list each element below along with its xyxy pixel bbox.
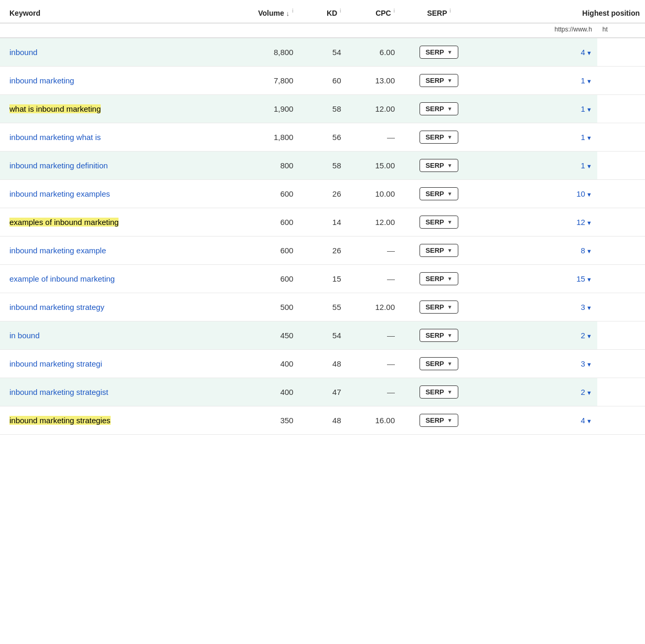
position-arrow-icon: ▼ — [586, 418, 592, 424]
keyword-link[interactable]: example of inbound marketing — [9, 274, 115, 283]
serp-cell: SERP▼ — [400, 406, 478, 434]
serp-dropdown-arrow: ▼ — [447, 389, 453, 395]
serp-info-icon[interactable]: i — [449, 7, 450, 14]
serp-cell: SERP▼ — [400, 236, 478, 264]
position-cell: 4▼ — [478, 38, 597, 67]
keyword-link[interactable]: examples of inbound marketing — [9, 218, 119, 227]
keyword-link[interactable]: inbound marketing strategist — [9, 388, 108, 396]
serp-button[interactable]: SERP▼ — [420, 159, 458, 172]
keyword-cell: inbound marketing example — [0, 236, 221, 264]
kd-cell: 15 — [298, 264, 346, 293]
position-value: 15 — [576, 274, 585, 283]
kd-cell: 58 — [298, 151, 346, 179]
table-row: inbound marketing strategies3504816.00SE… — [0, 406, 645, 434]
keyword-link[interactable]: inbound marketing strategies — [9, 416, 111, 425]
serp-dropdown-arrow: ▼ — [447, 248, 453, 253]
kd-cell: 26 — [298, 179, 346, 208]
keyword-cell: inbound marketing strategist — [0, 378, 221, 406]
cpc-cell: — — [347, 236, 401, 264]
serp-cell: SERP▼ — [400, 208, 478, 236]
position-cell: 2▼ — [478, 378, 597, 406]
serp-button[interactable]: SERP▼ — [420, 187, 458, 200]
serp-button[interactable]: SERP▼ — [420, 131, 458, 144]
cpc-cell: — — [347, 264, 401, 293]
keyword-link[interactable]: inbound marketing — [9, 76, 74, 85]
th-kd: KD i — [298, 0, 346, 23]
serp-button[interactable]: SERP▼ — [420, 46, 458, 59]
th-volume[interactable]: Volume ↓ i — [221, 0, 298, 23]
position-value: 3 — [581, 359, 585, 368]
serp-button[interactable]: SERP▼ — [420, 216, 458, 229]
keyword-cell: inbound marketing definition — [0, 151, 221, 179]
table-row: inbound marketing strategy5005512.00SERP… — [0, 293, 645, 321]
position-cell: 1▼ — [478, 94, 597, 123]
position-cell: 1▼ — [478, 66, 597, 94]
volume-cell: 1,800 — [221, 123, 298, 151]
cpc-cell: — — [347, 349, 401, 378]
table-row: examples of inbound marketing6001412.00S… — [0, 208, 645, 236]
position-value: 8 — [581, 246, 585, 255]
volume-sort-icon: ↓ — [286, 9, 290, 17]
position-value: 10 — [576, 189, 585, 198]
position-arrow-icon: ▼ — [586, 276, 592, 283]
keyword-cell: inbound marketing what is — [0, 123, 221, 151]
position-cell: 8▼ — [478, 236, 597, 264]
keyword-link[interactable]: inbound — [9, 48, 37, 57]
serp-dropdown-arrow: ▼ — [447, 49, 453, 55]
keyword-cell: inbound marketing strategies — [0, 406, 221, 434]
position-cell: 1▼ — [478, 123, 597, 151]
volume-cell: 7,800 — [221, 66, 298, 94]
cpc-cell: — — [347, 123, 401, 151]
position-arrow-icon: ▼ — [586, 135, 592, 141]
position-arrow-icon: ▼ — [586, 78, 592, 84]
position-value: 3 — [581, 303, 585, 312]
position-cell: 3▼ — [478, 349, 597, 378]
volume-cell: 400 — [221, 349, 298, 378]
position-arrow-icon: ▼ — [586, 106, 592, 113]
keyword-link[interactable]: in bound — [9, 331, 40, 340]
keyword-link[interactable]: inbound marketing strategy — [9, 303, 104, 312]
serp-button[interactable]: SERP▼ — [420, 357, 458, 370]
position-arrow-icon: ▼ — [586, 305, 592, 311]
position-arrow-icon: ▼ — [586, 163, 592, 169]
cpc-info-icon[interactable]: i — [394, 7, 395, 14]
serp-cell: SERP▼ — [400, 349, 478, 378]
volume-cell: 350 — [221, 406, 298, 434]
serp-dropdown-arrow: ▼ — [447, 78, 453, 83]
position-cell: 1▼ — [478, 151, 597, 179]
volume-info-icon[interactable]: i — [292, 7, 293, 14]
serp-button[interactable]: SERP▼ — [420, 102, 458, 115]
position-cell: 4▼ — [478, 406, 597, 434]
serp-dropdown-arrow: ▼ — [447, 219, 453, 225]
keyword-link[interactable]: inbound marketing what is — [9, 133, 101, 142]
table-header-row: Keyword Volume ↓ i KD i CPC i SERP i — [0, 0, 645, 23]
keyword-link[interactable]: inbound marketing strategi — [9, 359, 102, 368]
serp-button[interactable]: SERP▼ — [420, 300, 458, 314]
keyword-cell: inbound marketing strategy — [0, 293, 221, 321]
serp-button[interactable]: SERP▼ — [420, 272, 458, 285]
serp-button[interactable]: SERP▼ — [420, 414, 458, 427]
serp-button[interactable]: SERP▼ — [420, 329, 458, 342]
serp-button[interactable]: SERP▼ — [420, 385, 458, 399]
keyword-link[interactable]: inbound marketing example — [9, 246, 106, 255]
serp-cell: SERP▼ — [400, 151, 478, 179]
serp-dropdown-arrow: ▼ — [447, 304, 453, 310]
kd-info-icon[interactable]: i — [340, 7, 341, 14]
position-arrow-icon: ▼ — [586, 50, 592, 56]
cpc-cell: 6.00 — [347, 38, 401, 67]
serp-cell: SERP▼ — [400, 66, 478, 94]
th-cpc: CPC i — [347, 0, 401, 23]
serp-button[interactable]: SERP▼ — [420, 244, 458, 257]
serp-button[interactable]: SERP▼ — [420, 74, 458, 87]
kd-cell: 56 — [298, 123, 346, 151]
table-row: inbound marketing definition8005815.00SE… — [0, 151, 645, 179]
keyword-link[interactable]: inbound marketing definition — [9, 161, 108, 170]
volume-cell: 600 — [221, 179, 298, 208]
cpc-cell: 12.00 — [347, 94, 401, 123]
position-cell: 3▼ — [478, 293, 597, 321]
keyword-link[interactable]: what is inbound marketing — [9, 104, 101, 113]
keyword-cell: what is inbound marketing — [0, 94, 221, 123]
serp-cell: SERP▼ — [400, 38, 478, 67]
keyword-link[interactable]: inbound marketing examples — [9, 189, 110, 198]
table-row: inbound8,800546.00SERP▼4▼ — [0, 38, 645, 67]
